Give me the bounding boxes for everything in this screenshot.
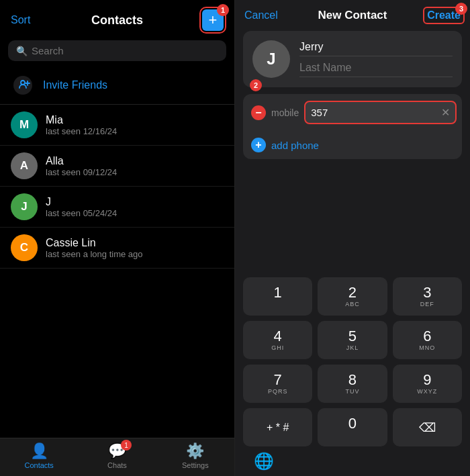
add-phone-row: + add phone (243, 131, 462, 159)
avatar: A (11, 152, 38, 179)
add-btn-wrapper: + 1 (202, 9, 224, 31)
key-9[interactable]: 9 WXYZ (393, 365, 462, 403)
tab-badge-wrap: 💬 1 (108, 442, 126, 460)
last-name-field[interactable] (299, 62, 453, 77)
key-main: 4 (274, 329, 282, 344)
contact-seen: last seen 12/16/24 (46, 126, 117, 136)
list-item[interactable]: J J last seen 05/24/24 (0, 187, 234, 228)
tab-settings-label: Settings (182, 461, 209, 469)
search-icon: 🔍 (16, 46, 28, 56)
annotation-badge-2: 2 (250, 79, 262, 91)
key-3[interactable]: 3 DEF (393, 277, 462, 316)
contacts-tab-icon: 👤 (30, 442, 48, 460)
key-main: 9 (423, 373, 431, 387)
tab-settings[interactable]: ⚙️ Settings (156, 442, 234, 469)
phone-input-wrap: ✕ (304, 101, 457, 124)
key-7[interactable]: 7 PQRS (243, 365, 312, 403)
create-btn-wrapper: Create 3 (427, 9, 461, 21)
new-contact-header: Cancel New Contact Create 3 (235, 0, 470, 31)
key-4[interactable]: 4 GHI (243, 321, 312, 359)
key-sub: TUV (345, 388, 359, 395)
contact-form: J (243, 31, 462, 87)
tab-chats[interactable]: 💬 1 Chats (78, 442, 156, 469)
page-title: Contacts (91, 13, 143, 28)
svg-point-0 (13, 76, 32, 95)
key-main: 0 (348, 416, 357, 431)
contact-seen: last seen 09/12/24 (46, 167, 117, 177)
mobile-label: mobile (271, 107, 299, 118)
key-backspace[interactable]: ⌫ (393, 408, 462, 446)
cancel-button[interactable]: Cancel (244, 9, 278, 21)
key-8[interactable]: 8 TUV (318, 365, 387, 403)
contact-name: Cassie Lin (46, 237, 143, 249)
key-main: 2 (348, 285, 357, 300)
clear-phone-button[interactable]: ✕ (441, 106, 450, 119)
contact-info: Cassie Lin last seen a long time ago (46, 237, 143, 259)
left-header: Sort Contacts + 1 (0, 0, 234, 40)
remove-phone-button[interactable]: − (251, 105, 266, 120)
key-sub: ABC (345, 301, 360, 307)
contact-info: J last seen 05/24/24 (46, 196, 117, 218)
key-sub: WXYZ (417, 388, 437, 395)
phone-section: 2 − mobile ✕ + add phone (243, 94, 462, 159)
key-5[interactable]: 5 JKL (318, 321, 387, 359)
key-main: 5 (348, 329, 357, 344)
list-item[interactable]: C Cassie Lin last seen a long time ago (0, 228, 234, 269)
avatar: J (11, 193, 38, 220)
keypad-grid: 1 2 ABC 3 DEF 4 GHI 5 JKL 6 MNO (243, 277, 462, 446)
key-main: 3 (423, 285, 431, 300)
key-main: 8 (348, 373, 357, 387)
key-sub: JKL (346, 344, 359, 351)
phone-input[interactable] (311, 107, 438, 118)
backspace-icon: ⌫ (419, 422, 436, 434)
key-symbol[interactable]: + * # (243, 408, 312, 446)
settings-tab-icon: ⚙️ (186, 442, 204, 460)
avatar: C (11, 234, 38, 261)
key-sub: MNO (419, 344, 435, 351)
key-sub (351, 432, 354, 438)
new-contact-panel: Cancel New Contact Create 3 J 2 − mobile… (235, 0, 470, 476)
invite-friends-icon (11, 73, 35, 97)
key-2[interactable]: 2 ABC (318, 277, 387, 316)
key-0[interactable]: 0 (318, 408, 387, 446)
tab-chats-label: Chats (107, 461, 127, 469)
invite-friends-label: Invite Friends (43, 79, 107, 91)
key-main: 1 (274, 285, 282, 300)
sort-button[interactable]: Sort (11, 14, 30, 26)
search-bar: 🔍 (8, 40, 226, 61)
tab-bar: 👤 Contacts 💬 1 Chats ⚙️ Settings (0, 438, 234, 476)
form-avatar: J (252, 40, 290, 78)
key-6[interactable]: 6 MNO (393, 321, 462, 359)
key-sub: GHI (271, 344, 284, 351)
tab-contacts[interactable]: 👤 Contacts (0, 442, 78, 469)
form-names (299, 41, 453, 77)
invite-friends-row[interactable]: Invite Friends (0, 66, 234, 105)
form-avatar-row: J (243, 31, 462, 87)
contact-name: Alla (46, 155, 117, 167)
new-contact-title: New Contact (318, 9, 387, 22)
annotation-badge-1: 1 (217, 4, 229, 16)
avatar: M (11, 111, 38, 138)
contacts-panel: Sort Contacts + 1 🔍 Invite Friends M (0, 0, 235, 476)
key-main: + * # (267, 422, 289, 433)
add-phone-button[interactable]: + (251, 138, 266, 152)
contact-info: Mia last seen 12/16/24 (46, 114, 117, 136)
key-1[interactable]: 1 (243, 277, 312, 316)
annotation-badge-3: 3 (455, 3, 467, 15)
tab-contacts-label: Contacts (24, 461, 53, 469)
contacts-list: M Mia last seen 12/16/24 A Alla last see… (0, 105, 234, 269)
chats-badge: 1 (121, 440, 132, 450)
contact-seen: last seen a long time ago (46, 249, 143, 259)
key-main: 7 (274, 373, 282, 387)
key-sub: DEF (420, 301, 434, 307)
contact-seen: last seen 05/24/24 (46, 208, 117, 218)
list-item[interactable]: M Mia last seen 12/16/24 (0, 105, 234, 146)
contact-name: Mia (46, 114, 117, 126)
keypad: 1 2 ABC 3 DEF 4 GHI 5 JKL 6 MNO (235, 272, 470, 476)
list-item[interactable]: A Alla last seen 09/12/24 (0, 146, 234, 187)
phone-row: 2 − mobile ✕ (243, 94, 462, 131)
globe-button[interactable]: 🌐 (254, 452, 274, 471)
first-name-field[interactable] (299, 41, 453, 56)
contact-name: J (46, 196, 117, 208)
search-input[interactable] (32, 45, 218, 56)
